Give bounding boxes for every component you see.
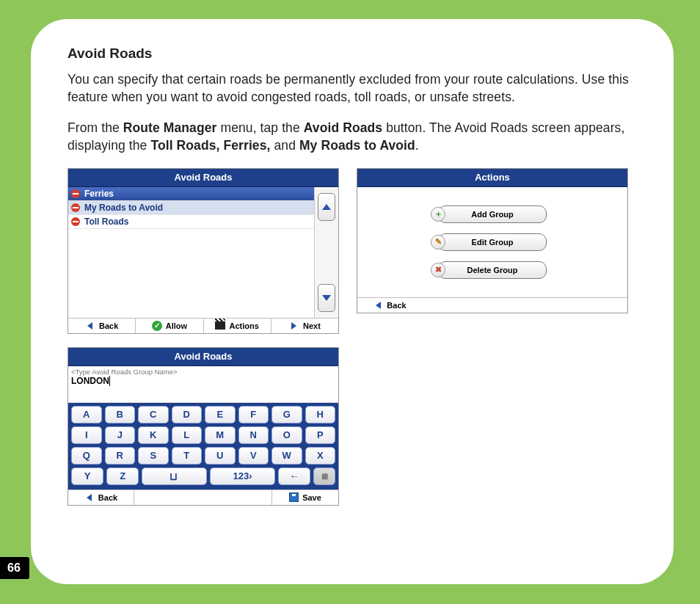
button-label: Back	[387, 301, 406, 310]
scroll-up-button[interactable]	[318, 193, 335, 221]
footer-bar: Back Save	[68, 490, 338, 505]
button-label: Back	[99, 321, 118, 330]
key-x[interactable]: X	[305, 447, 336, 465]
chevron-up-icon	[322, 204, 331, 210]
back-button[interactable]: Back	[357, 298, 422, 313]
page-number: 66	[0, 557, 29, 579]
chevron-left-icon	[85, 321, 95, 331]
input-hint: <Type Avoid Roads Group Name>	[68, 366, 338, 376]
delete-icon: ✖	[431, 263, 445, 277]
edit-group-button[interactable]: ✎ Edit Group	[438, 233, 547, 251]
key-u[interactable]: U	[205, 447, 236, 465]
key-r[interactable]: R	[105, 447, 136, 465]
add-group-button[interactable]: ＋ Add Group	[438, 205, 547, 223]
screen-title: Avoid Roads	[68, 348, 338, 366]
scroll-column	[315, 187, 338, 318]
text: .	[415, 138, 419, 153]
key-v[interactable]: V	[238, 447, 269, 465]
next-button[interactable]: Next	[271, 319, 338, 333]
bold-route-manager: Route Manager	[123, 120, 217, 135]
avoid-list: Ferries My Roads to Avoid Toll Roads	[68, 187, 315, 318]
bold-toll-ferries: Toll Roads, Ferries,	[150, 138, 270, 153]
list-item-toll-roads[interactable]: Toll Roads	[68, 215, 314, 229]
text-entry-area[interactable]: <Type Avoid Roads Group Name> LONDON	[68, 366, 338, 403]
page-title: Avoid Roads	[68, 46, 637, 62]
back-button[interactable]: Back	[68, 490, 134, 505]
screenshot-avoid-roads-list: Avoid Roads Ferries My Roads to Avoid To…	[68, 168, 339, 334]
no-entry-icon	[71, 203, 80, 212]
list-item-label: Toll Roads	[84, 217, 128, 227]
key-m[interactable]: M	[205, 426, 236, 444]
key-extra[interactable]: ▦	[313, 467, 335, 485]
key-z[interactable]: Z	[106, 467, 139, 485]
key-b[interactable]: B	[105, 406, 136, 423]
list-item-ferries[interactable]: Ferries	[68, 187, 314, 201]
button-label: Allow	[166, 321, 187, 330]
button-label: Add Group	[471, 210, 513, 219]
document-page: Avoid Roads You can specify that certain…	[31, 19, 674, 584]
key-f[interactable]: F	[238, 406, 269, 423]
key-e[interactable]: E	[205, 406, 236, 423]
clapper-icon	[215, 321, 225, 330]
text: and	[271, 138, 299, 153]
button-label: Save	[302, 493, 321, 502]
key-backspace[interactable]: ←	[278, 467, 310, 485]
footer-spacer	[134, 490, 272, 505]
key-a[interactable]: A	[71, 406, 102, 423]
allow-button[interactable]: ✓ Allow	[136, 319, 203, 333]
button-label: Back	[98, 493, 117, 502]
chevron-right-icon	[289, 321, 299, 331]
text: From the	[68, 120, 123, 135]
key-k[interactable]: K	[138, 426, 169, 444]
actions-button[interactable]: Actions	[204, 319, 271, 333]
button-label: Edit Group	[472, 238, 514, 247]
on-screen-keyboard: A B C D E F G H I J K L M N O P Q R	[68, 403, 338, 490]
key-h[interactable]: H	[305, 406, 336, 423]
key-c[interactable]: C	[138, 406, 169, 423]
bold-avoid-roads: Avoid Roads	[304, 120, 382, 135]
check-icon: ✓	[152, 321, 162, 331]
key-i[interactable]: I	[71, 426, 102, 444]
screenshot-keyboard-entry: Avoid Roads <Type Avoid Roads Group Name…	[68, 347, 339, 506]
key-d[interactable]: D	[172, 406, 203, 423]
key-s[interactable]: S	[138, 447, 169, 465]
footer-bar: Back ✓ Allow Actions Next	[68, 318, 338, 333]
screen-title: Avoid Roads	[68, 169, 338, 187]
instruction-paragraph: From the Route Manager menu, tap the Avo…	[68, 119, 637, 154]
chevron-down-icon	[322, 295, 331, 301]
screen-title: Actions	[357, 169, 627, 187]
key-t[interactable]: T	[172, 447, 203, 465]
list-item-label: My Roads to Avoid	[84, 203, 163, 213]
no-entry-icon	[71, 189, 80, 198]
key-numeric[interactable]: 123›	[210, 467, 275, 485]
key-g[interactable]: G	[271, 406, 302, 423]
button-label: Delete Group	[467, 266, 517, 274]
list-item-label: Ferries	[84, 189, 114, 199]
key-j[interactable]: J	[105, 426, 136, 444]
save-button[interactable]: Save	[272, 490, 338, 505]
back-button[interactable]: Back	[68, 319, 136, 333]
scroll-down-button[interactable]	[318, 284, 335, 312]
save-icon	[289, 492, 299, 502]
delete-group-button[interactable]: ✖ Delete Group	[438, 261, 547, 279]
list-item-my-roads[interactable]: My Roads to Avoid	[68, 201, 314, 215]
add-icon: ＋	[431, 207, 445, 222]
key-o[interactable]: O	[271, 426, 302, 444]
key-n[interactable]: N	[238, 426, 269, 444]
key-q[interactable]: Q	[71, 447, 102, 465]
text: menu, tap the	[217, 120, 304, 135]
typed-value: LONDON	[68, 376, 338, 386]
chevron-left-icon	[373, 300, 383, 310]
no-entry-icon	[71, 217, 80, 226]
key-y[interactable]: Y	[71, 467, 103, 485]
chevron-left-icon	[84, 492, 95, 503]
edit-icon: ✎	[431, 235, 445, 250]
key-p[interactable]: P	[305, 426, 336, 444]
bold-my-roads: My Roads to Avoid	[299, 138, 415, 153]
button-label: Actions	[229, 321, 258, 330]
grid-icon: ▦	[321, 472, 328, 480]
key-space[interactable]: ⊔	[142, 467, 207, 485]
key-w[interactable]: W	[271, 447, 302, 465]
key-l[interactable]: L	[172, 426, 203, 444]
footer-bar: Back	[357, 297, 627, 313]
